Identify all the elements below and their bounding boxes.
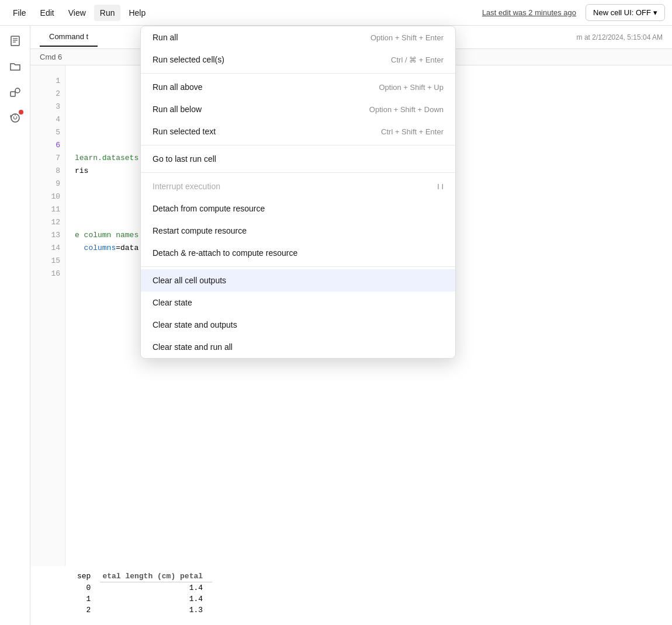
run-dropdown-menu: Run all Option + Shift + Enter Run selec… xyxy=(140,26,456,359)
svg-rect-4 xyxy=(11,92,15,96)
divider-3 xyxy=(141,172,455,173)
table-row: 1 1.4 xyxy=(75,593,212,605)
code-line-10 xyxy=(75,205,79,214)
divider-4 xyxy=(141,266,455,267)
menu-run-all[interactable]: Run all Option + Shift + Enter xyxy=(141,26,455,48)
menu-clear-state-outputs[interactable]: Clear state and outputs xyxy=(141,314,455,336)
line-4: 4 xyxy=(35,113,60,126)
svg-point-8 xyxy=(16,117,17,118)
menu-view[interactable]: View xyxy=(63,5,92,21)
line-9: 9 xyxy=(35,178,60,190)
menu-run-all-below[interactable]: Run all below Option + Shift + Down xyxy=(141,98,455,120)
line-15: 15 xyxy=(35,255,60,268)
row-val-1: 1.4 xyxy=(100,593,212,605)
line-6: 6 xyxy=(35,139,60,152)
code-line-15 xyxy=(75,269,79,278)
chevron-down-icon: ▾ xyxy=(653,8,657,17)
menu-run-selected[interactable]: Run selected cell(s) Ctrl / ⌘ + Enter xyxy=(141,48,455,71)
line-13: 13 xyxy=(35,229,60,242)
output-area: sep etal length (cm) petal 0 1.4 1 1.4 2… xyxy=(30,566,672,625)
last-edit-label: Last edit was 2 minutes ago xyxy=(482,8,576,17)
output-table: sep etal length (cm) petal 0 1.4 1 1.4 2… xyxy=(75,571,212,616)
divider-1 xyxy=(141,73,455,74)
output-sep-label: sep xyxy=(75,571,100,582)
menu-go-to-last[interactable]: Go to last run cell xyxy=(141,148,455,170)
code-line-4 xyxy=(75,128,79,137)
svg-point-7 xyxy=(13,117,14,118)
divider-2 xyxy=(141,145,455,145)
menu-detach-reattach[interactable]: Detach & re-attach to compute resource xyxy=(141,242,455,264)
line-1: 1 xyxy=(35,75,60,88)
menu-clear-state[interactable]: Clear state xyxy=(141,291,455,314)
line-5: 5 xyxy=(35,126,60,139)
code-line-5 xyxy=(75,141,79,150)
tab-command[interactable]: Command t xyxy=(40,27,98,47)
code-line-7: ris xyxy=(75,166,88,175)
line-numbers: 1 2 3 4 5 6 7 8 9 10 11 12 13 14 15 16 xyxy=(30,65,65,566)
menu-help[interactable]: Help xyxy=(123,5,151,21)
line-16: 16 xyxy=(35,268,60,280)
menu-run-all-above[interactable]: Run all above Option + Shift + Up xyxy=(141,76,455,98)
line-3: 3 xyxy=(35,100,60,113)
svg-point-5 xyxy=(15,88,20,93)
last-save-label: m at 2/12/2024, 5:15:04 AM xyxy=(577,33,663,41)
menu-detach[interactable]: Detach from compute resource xyxy=(141,197,455,220)
menu-edit[interactable]: Edit xyxy=(34,5,60,21)
line-2: 2 xyxy=(35,88,60,100)
menu-clear-all-outputs[interactable]: Clear all cell outputs xyxy=(141,269,455,291)
code-line-14 xyxy=(75,256,79,265)
code-line-11 xyxy=(75,218,79,227)
line-10: 10 xyxy=(35,190,60,203)
code-line-2 xyxy=(75,102,79,111)
sidebar-robot-icon[interactable] xyxy=(5,107,26,129)
sidebar-folder-icon[interactable] xyxy=(5,56,26,77)
code-line-9 xyxy=(75,192,79,201)
line-11: 11 xyxy=(35,203,60,216)
svg-rect-0 xyxy=(11,36,19,46)
sidebar xyxy=(0,26,30,625)
line-12: 12 xyxy=(35,216,60,229)
code-line-3 xyxy=(75,115,79,124)
row-val-2: 1.3 xyxy=(100,605,212,616)
menu-restart[interactable]: Restart compute resource xyxy=(141,220,455,242)
line-7: 7 xyxy=(35,152,60,165)
menu-bar: File Edit View Run Help Last edit was 2 … xyxy=(0,0,672,26)
output-col-header: etal length (cm) petal xyxy=(100,571,212,582)
code-line-16 xyxy=(75,282,79,291)
menu-run[interactable]: Run xyxy=(94,5,121,21)
new-cell-ui-button[interactable]: New cell UI: OFF ▾ xyxy=(586,4,665,21)
menu-run-selected-text[interactable]: Run selected text Ctrl + Shift + Enter xyxy=(141,120,455,143)
row-index-1: 1 xyxy=(75,593,100,605)
code-line-12: e column names xyxy=(75,231,138,239)
sidebar-notebook-icon[interactable] xyxy=(5,30,26,51)
menu-clear-state-run-all[interactable]: Clear state and run all xyxy=(141,336,455,358)
row-index-0: 0 xyxy=(75,582,100,594)
row-val-0: 1.4 xyxy=(100,582,212,594)
row-index-2: 2 xyxy=(75,605,100,616)
code-line-1 xyxy=(75,89,79,98)
code-line-8 xyxy=(75,179,79,188)
table-row: 2 1.3 xyxy=(75,605,212,616)
menu-interrupt: Interrupt execution I I xyxy=(141,175,455,197)
line-8: 8 xyxy=(35,165,60,178)
notification-badge xyxy=(19,110,23,114)
table-row: 0 1.4 xyxy=(75,582,212,594)
menu-file[interactable]: File xyxy=(7,5,32,21)
sidebar-shapes-icon[interactable] xyxy=(5,82,26,103)
line-14: 14 xyxy=(35,242,60,255)
